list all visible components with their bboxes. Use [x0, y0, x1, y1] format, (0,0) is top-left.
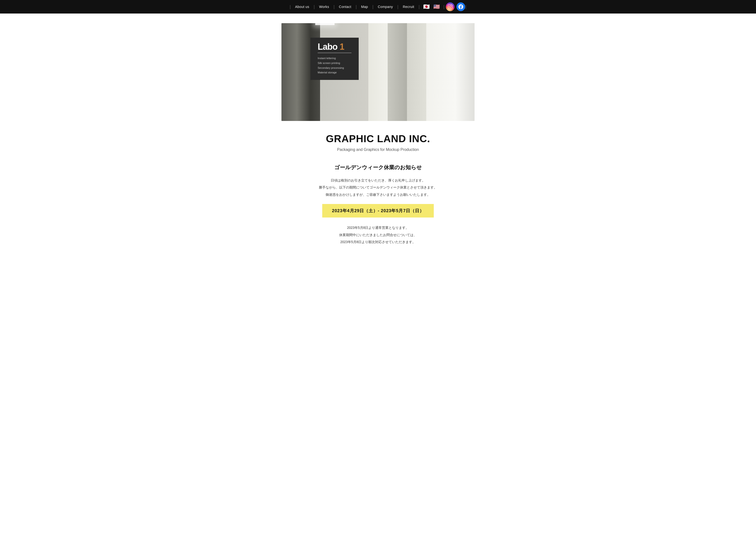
hero-sign: Labo 1 Instant lettering Silk screen pri…: [310, 38, 359, 80]
notice-body: 日頃は格別のお引き立てをいただき、厚くお礼申し上げます。 勝手ながら、以下の期間…: [274, 177, 482, 198]
notice-footer: 2023年5月8日より通常営業となります。 休業期間中にいただきましたお問合せに…: [274, 224, 482, 246]
social-links: [446, 2, 465, 11]
flag-japanese[interactable]: 🇯🇵: [422, 2, 431, 11]
nav-link-recruit[interactable]: Recruit: [398, 5, 418, 9]
hero-sign-list: Instant lettering Silk screen printing S…: [318, 56, 351, 75]
notice-body-line3: 御迷惑をおかけしますが、ご容赦下さいますようお願いいたします。: [274, 191, 482, 198]
hero-sign-divider: [318, 53, 351, 53]
nav-divider-8: |: [465, 4, 466, 10]
hero-sign-title: Labo 1: [318, 42, 351, 51]
notice-footer-line1: 2023年5月8日より通常営業となります。: [274, 224, 482, 231]
notice-footer-line3: 2023年5月8日より順次対応させていただきます。: [274, 238, 482, 246]
nav-link-works[interactable]: Works: [315, 5, 334, 9]
flag-english[interactable]: 🇺🇸: [432, 2, 441, 11]
nav-link-contact[interactable]: Contact: [335, 5, 356, 9]
hero-sign-item-3: Secondary processing: [318, 66, 351, 70]
main-navigation: | About us | Works | Contact | Map | Com…: [0, 0, 756, 13]
hero-sign-item-2: Silk screen printing: [318, 61, 351, 66]
notice-body-line2: 勝手ながら、以下の期間についてゴールデンウィーク休業とさせて頂きます。: [274, 184, 482, 191]
notice-footer-line2: 休業期間中にいただきましたお問合せについては、: [274, 231, 482, 238]
company-tagline: Packaging and Graphics for Mockup Produc…: [274, 147, 482, 152]
instagram-icon[interactable]: [446, 2, 454, 11]
nav-divider-6: |: [418, 4, 420, 10]
language-flags: 🇯🇵 🇺🇸: [422, 2, 441, 11]
nav-link-map[interactable]: Map: [357, 5, 372, 9]
hero-sign-item-4: Material storage: [318, 70, 351, 75]
company-title: GRAPHIC LAND INC.: [274, 133, 482, 145]
hero-image: Labo 1 Instant lettering Silk screen pri…: [282, 23, 474, 121]
hero-container: Labo 1 Instant lettering Silk screen pri…: [0, 13, 756, 121]
nav-link-company[interactable]: Company: [373, 5, 397, 9]
facebook-icon[interactable]: [456, 2, 465, 11]
notice-body-line1: 日頃は格別のお引き立てをいただき、厚くお礼申し上げます。: [274, 177, 482, 184]
date-banner: 2023年4月29日（土）- 2023年5月7日（日）: [322, 204, 434, 218]
hero-sign-item-1: Instant lettering: [318, 56, 351, 61]
main-content: GRAPHIC LAND INC. Packaging and Graphics…: [269, 121, 487, 260]
nav-divider-7: |: [444, 4, 445, 10]
notice-title: ゴールデンウィーク休業のお知らせ: [274, 164, 482, 171]
nav-link-about-us[interactable]: About us: [291, 5, 314, 9]
ceiling-light: [315, 23, 335, 25]
